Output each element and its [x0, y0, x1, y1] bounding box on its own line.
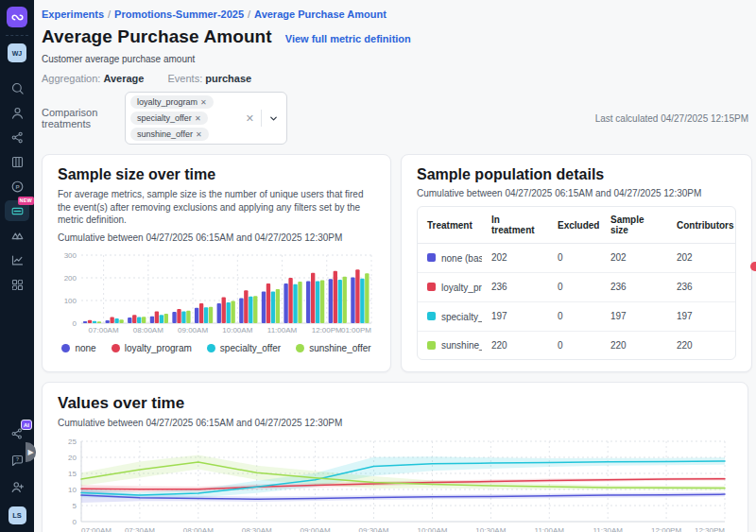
search-icon[interactable]: [5, 77, 29, 98]
treatment-swatch: [427, 312, 436, 320]
svg-text:20: 20: [68, 454, 77, 462]
population-card: Sample population details Cumulative bet…: [401, 154, 752, 372]
svg-text:01:00PM: 01:00PM: [341, 326, 371, 335]
col-treatment: Treatment: [418, 207, 482, 244]
chip-remove-icon[interactable]: ✕: [195, 114, 201, 123]
svg-text:10:00AM: 10:00AM: [417, 526, 447, 532]
chip-sunshine-offer[interactable]: sunshine_offer✕: [130, 128, 209, 141]
view-metric-definition-link[interactable]: View full metric definition: [285, 33, 411, 44]
values-range: Cumulative between 04/27/2025 06:15AM an…: [58, 418, 732, 428]
chip-remove-icon[interactable]: ✕: [200, 98, 207, 107]
chip-remove-icon[interactable]: ✕: [196, 130, 202, 139]
in-treatment-value: 220: [482, 332, 548, 360]
svg-text:200: 200: [64, 273, 77, 282]
svg-text:100: 100: [64, 296, 77, 304]
contributors-value: 236: [667, 273, 735, 302]
multiselect-divider: [261, 110, 262, 127]
chip-label: loyalty_program: [137, 97, 198, 107]
apps-grid-icon[interactable]: [5, 274, 29, 295]
table-row: specialty_offer 197 0 197 197: [418, 302, 735, 332]
col-sample-size: Sample size: [601, 207, 667, 244]
statsig-logo-icon[interactable]: [7, 7, 27, 27]
svg-text:11:30AM: 11:30AM: [593, 526, 623, 532]
svg-text:10:30AM: 10:30AM: [475, 526, 506, 532]
legend-item-loyalty-program[interactable]: loyalty_program: [112, 343, 192, 353]
legend-label: sunshine_offer: [309, 343, 370, 353]
sample-size-value: 202: [601, 244, 667, 273]
svg-text:10:00AM: 10:00AM: [222, 326, 252, 335]
col-excluded: Excluded: [548, 207, 601, 244]
sample-size-description: For average metrics, sample size is the …: [58, 188, 375, 227]
in-treatment-value: 197: [482, 302, 548, 332]
experiments-icon[interactable]: [5, 225, 29, 246]
svg-text:07:00AM: 07:00AM: [81, 526, 112, 532]
col-in-treatment: In treatment: [482, 207, 548, 244]
columns-icon[interactable]: [5, 151, 29, 172]
new-badge: NEW: [18, 197, 34, 205]
metrics-icon[interactable]: NEW: [5, 200, 29, 221]
legend-dot: [61, 344, 70, 352]
filter-row: Comparison treatments loyalty_program✕ s…: [42, 92, 748, 145]
main-content: Experiments/Promotions-Summer-2025/Avera…: [34, 0, 756, 532]
legend-item-sunshine-offer[interactable]: sunshine_offer: [296, 343, 370, 353]
chip-label: specialty_offer: [137, 113, 192, 123]
svg-text:11:00AM: 11:00AM: [267, 326, 298, 335]
breadcrumb-experiments[interactable]: Experiments: [42, 9, 104, 20]
metric-subtitle: Customer average purchase amount: [42, 54, 748, 64]
workspace-avatar[interactable]: WJ: [8, 43, 26, 62]
table-row: none (baseline) 202 0 202 202: [418, 244, 735, 273]
segments-icon[interactable]: [5, 127, 29, 147]
contributors-value: 220: [667, 332, 735, 360]
page-title: Average Purchase Amount: [42, 26, 272, 47]
sample-size-bar-chart: 010020030007:00AM08:00AM09:00AM10:00AM11…: [58, 250, 375, 335]
svg-text:08:30AM: 08:30AM: [242, 526, 272, 532]
legend-item-specialty-offer[interactable]: specialty_offer: [207, 343, 281, 353]
svg-text:08:00AM: 08:00AM: [183, 526, 214, 532]
in-treatment-value: 236: [482, 273, 548, 302]
values-title: Values over time: [58, 394, 732, 413]
legend-dot: [207, 344, 215, 352]
treatment-name: specialty_offer: [441, 312, 482, 322]
trend-chart-icon[interactable]: [5, 249, 29, 270]
sidebar-bottom: AI ? LS: [5, 423, 29, 524]
events-label: Events:: [168, 73, 203, 84]
svg-text:P: P: [15, 182, 19, 189]
pulse-icon[interactable]: P: [5, 176, 29, 197]
treatments-multiselect[interactable]: loyalty_program✕ specialty_offer✕ sunshi…: [125, 92, 287, 145]
contributors-value: 197: [667, 302, 735, 332]
invite-user-icon[interactable]: [5, 476, 29, 497]
sidebar-divider: [6, 35, 28, 36]
users-icon[interactable]: [5, 102, 29, 123]
chevron-down-icon[interactable]: [265, 113, 283, 124]
svg-text:0: 0: [73, 518, 77, 526]
user-avatar[interactable]: LS: [9, 506, 26, 524]
aggregation-label: Aggregation:: [42, 73, 100, 84]
ai-assistant-icon[interactable]: AI: [5, 423, 29, 444]
svg-text:12:00PM: 12:00PM: [651, 526, 681, 532]
excluded-value: 0: [548, 273, 601, 302]
svg-text:07:30AM: 07:30AM: [125, 526, 155, 532]
sample-size-value: 220: [601, 332, 667, 360]
chip-specialty-offer[interactable]: specialty_offer✕: [130, 112, 208, 125]
comparison-treatments-label: Comparison treatments: [42, 107, 125, 129]
svg-text:25: 25: [68, 438, 77, 446]
breadcrumb-metric-name[interactable]: Average Purchase Amount: [254, 9, 387, 20]
treatment-swatch: [427, 283, 436, 291]
legend-item-none[interactable]: none: [61, 343, 95, 353]
svg-text:0: 0: [73, 318, 77, 327]
breadcrumb-experiment-name[interactable]: Promotions-Summer-2025: [114, 9, 244, 20]
chips-container: loyalty_program✕ specialty_offer✕ sunshi…: [130, 95, 242, 141]
excluded-value: 0: [548, 244, 601, 273]
svg-text:08:00AM: 08:00AM: [133, 326, 163, 335]
notification-dot[interactable]: [750, 262, 756, 271]
values-over-time-card: Values over time Cumulative between 04/2…: [42, 382, 748, 532]
svg-text:12:00PM: 12:00PM: [312, 326, 342, 335]
chip-loyalty-program[interactable]: loyalty_program✕: [130, 95, 214, 109]
clear-all-icon[interactable]: ✕: [242, 112, 258, 125]
chip-label: sunshine_offer: [137, 129, 193, 139]
table-row: sunshine_offer 220 0 220 220: [418, 332, 735, 360]
sample-size-value: 236: [601, 273, 667, 302]
svg-text:07:00AM: 07:00AM: [89, 326, 119, 335]
breadcrumb-separator: /: [248, 9, 250, 20]
svg-text:12:30PM: 12:30PM: [695, 526, 725, 532]
